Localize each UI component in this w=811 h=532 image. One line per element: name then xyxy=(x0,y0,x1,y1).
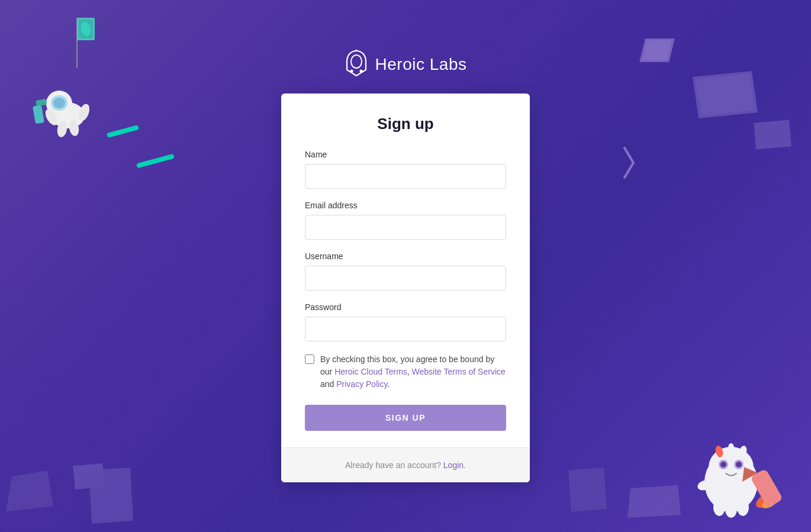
name-input[interactable] xyxy=(305,164,506,189)
svg-marker-22 xyxy=(568,467,607,512)
svg-rect-20 xyxy=(73,463,104,489)
chevron-decoration xyxy=(619,142,636,186)
svg-point-35 xyxy=(713,498,725,516)
svg-point-9 xyxy=(76,102,91,122)
svg-point-34 xyxy=(738,445,748,458)
geo-shape-br1 xyxy=(568,465,610,520)
login-link[interactable]: Login xyxy=(443,460,464,470)
geo-shape-br2 xyxy=(627,485,687,526)
svg-point-27 xyxy=(709,447,754,488)
geo-shape-bl2 xyxy=(71,462,107,494)
website-terms-link[interactable]: Website Terms of Service xyxy=(412,367,506,376)
geo-shape-tr2 xyxy=(693,65,764,127)
card-body: Sign up Name Email address Username Pass… xyxy=(281,93,530,447)
svg-rect-2 xyxy=(79,20,93,38)
svg-marker-23 xyxy=(627,485,681,518)
svg-point-7 xyxy=(53,98,65,108)
svg-marker-19 xyxy=(6,470,53,512)
mascot-decoration xyxy=(681,435,781,526)
footer-text: Already have an account? Login. xyxy=(345,460,466,470)
svg-marker-21 xyxy=(89,467,133,524)
email-group: Email address xyxy=(305,201,506,240)
svg-point-10 xyxy=(56,120,69,138)
svg-point-3 xyxy=(79,21,92,37)
svg-rect-39 xyxy=(750,469,781,508)
svg-point-29 xyxy=(734,460,744,469)
svg-point-25 xyxy=(760,495,778,511)
svg-point-36 xyxy=(725,500,737,518)
signup-button[interactable]: SIGN UP xyxy=(305,405,506,431)
password-input[interactable] xyxy=(305,317,506,341)
svg-point-5 xyxy=(46,91,72,117)
page-title: Sign up xyxy=(305,115,506,133)
svg-point-32 xyxy=(715,445,725,458)
svg-marker-14 xyxy=(639,38,675,62)
heroic-cloud-terms-link[interactable]: Heroic Cloud Terms xyxy=(334,367,407,376)
svg-point-33 xyxy=(728,443,734,453)
geo-shape-tr1 xyxy=(633,33,675,70)
geo-shape-bl1 xyxy=(6,470,59,520)
svg-marker-17 xyxy=(696,74,755,115)
svg-point-24 xyxy=(754,489,780,511)
svg-point-38 xyxy=(696,478,713,492)
email-label: Email address xyxy=(305,201,506,210)
page-center: Heroic Labs Sign up Name Email address U… xyxy=(281,50,530,482)
svg-point-30 xyxy=(720,462,726,467)
username-group: Username xyxy=(305,252,506,291)
svg-point-6 xyxy=(51,95,67,111)
svg-marker-16 xyxy=(693,71,758,118)
line-decoration-2 xyxy=(136,154,175,169)
svg-marker-40 xyxy=(736,463,758,482)
svg-point-26 xyxy=(704,453,758,512)
name-label: Name xyxy=(305,150,506,159)
svg-point-4 xyxy=(52,102,85,128)
brand-name: Heroic Labs xyxy=(375,55,467,74)
logo-icon xyxy=(345,50,368,79)
card-footer: Already have an account? Login. xyxy=(281,447,530,482)
svg-rect-1 xyxy=(77,18,95,40)
astronaut-decoration xyxy=(27,83,98,144)
svg-point-41 xyxy=(351,55,362,68)
name-group: Name xyxy=(305,150,506,189)
svg-point-31 xyxy=(736,462,742,467)
svg-rect-13 xyxy=(36,99,47,107)
svg-point-28 xyxy=(719,460,728,469)
privacy-policy-link[interactable]: Privacy Policy xyxy=(336,379,387,389)
terms-checkbox[interactable] xyxy=(305,354,314,364)
flag-decoration xyxy=(59,12,95,59)
svg-marker-15 xyxy=(642,40,672,60)
svg-rect-18 xyxy=(754,120,791,149)
logo-area: Heroic Labs xyxy=(345,50,467,79)
terms-text: By checking this box, you agree to be bo… xyxy=(320,353,506,391)
username-label: Username xyxy=(305,252,506,261)
username-input[interactable] xyxy=(305,266,506,291)
signup-card: Sign up Name Email address Username Pass… xyxy=(281,93,530,482)
password-group: Password xyxy=(305,302,506,341)
terms-checkbox-area: By checking this box, you agree to be bo… xyxy=(305,353,506,391)
svg-point-37 xyxy=(737,498,749,516)
svg-point-11 xyxy=(68,119,81,137)
email-input[interactable] xyxy=(305,215,506,240)
svg-point-42 xyxy=(350,70,353,73)
svg-point-8 xyxy=(43,107,60,127)
line-decoration-1 xyxy=(107,125,139,138)
password-label: Password xyxy=(305,302,506,312)
geo-shape-tr3 xyxy=(752,118,793,153)
svg-point-43 xyxy=(359,70,362,73)
geo-shape-bl3 xyxy=(89,465,136,532)
svg-rect-12 xyxy=(33,105,44,124)
